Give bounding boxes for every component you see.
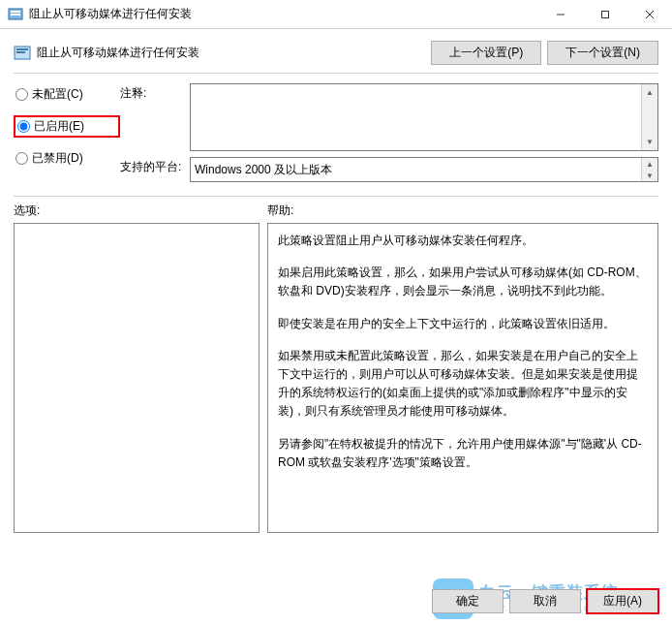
- radio-enabled[interactable]: 已启用(E): [14, 115, 120, 138]
- cancel-button[interactable]: 取消: [509, 589, 581, 613]
- options-panel: [14, 223, 260, 533]
- window-controls: [538, 0, 672, 28]
- radio-disabled-input[interactable]: [15, 152, 28, 165]
- help-label: 帮助:: [267, 203, 293, 219]
- window-title: 阻止从可移动媒体进行任何安装: [29, 6, 538, 22]
- svg-rect-8: [16, 48, 28, 50]
- svg-rect-2: [11, 14, 20, 16]
- next-setting-button[interactable]: 下一个设置(N): [547, 41, 658, 65]
- help-panel: 此策略设置阻止用户从可移动媒体安装任何程序。 如果启用此策略设置，那么，如果用户…: [267, 223, 658, 533]
- help-text: 另请参阅"在特权被提升的情况下，允许用户使用媒体源"与"隐藏'从 CD-ROM …: [278, 435, 648, 472]
- comment-label: 注释:: [120, 83, 190, 151]
- platform-field-wrap: Windows 2000 及以上版本 ▲ ▼: [190, 157, 658, 182]
- radio-disabled[interactable]: 已禁用(D): [14, 149, 120, 168]
- maximize-button[interactable]: [583, 0, 627, 28]
- previous-setting-button[interactable]: 上一个设置(P): [431, 41, 541, 65]
- comment-scrollbar[interactable]: ▲ ▼: [641, 84, 657, 150]
- panels: 此策略设置阻止用户从可移动媒体安装任何程序。 如果启用此策略设置，那么，如果用户…: [0, 223, 672, 533]
- scroll-down-icon[interactable]: ▼: [642, 134, 657, 150]
- platform-row: 支持的平台: Windows 2000 及以上版本 ▲ ▼: [120, 157, 658, 182]
- scroll-up-icon[interactable]: ▲: [642, 158, 657, 170]
- radio-not-configured[interactable]: 未配置(C): [14, 85, 120, 104]
- close-button[interactable]: [627, 0, 672, 28]
- help-text: 如果启用此策略设置，那么，如果用户尝试从可移动媒体(如 CD-ROM、软盘和 D…: [278, 264, 648, 300]
- help-text: 此策略设置阻止用户从可移动媒体安装任何程序。: [278, 232, 648, 250]
- minimize-button[interactable]: [538, 0, 583, 28]
- policy-icon: [14, 45, 31, 62]
- comment-row: 注释: ▲ ▼: [120, 83, 658, 151]
- svg-rect-1: [11, 11, 20, 13]
- radio-group: 未配置(C) 已启用(E) 已禁用(D): [14, 83, 120, 188]
- scroll-up-icon[interactable]: ▲: [642, 84, 657, 101]
- platform-field: Windows 2000 及以上版本: [191, 158, 641, 181]
- app-icon: [8, 7, 23, 22]
- header: 阻止从可移动媒体进行任何安装 上一个设置(P) 下一个设置(N): [0, 29, 672, 73]
- scroll-down-icon[interactable]: ▼: [642, 170, 657, 181]
- platform-label: 支持的平台:: [120, 157, 190, 182]
- comment-field[interactable]: [191, 84, 641, 150]
- ok-button[interactable]: 确定: [432, 589, 504, 613]
- apply-button[interactable]: 应用(A): [587, 589, 658, 613]
- platform-scrollbar[interactable]: ▲ ▼: [641, 158, 657, 181]
- config-area: 未配置(C) 已启用(E) 已禁用(D) 注释: ▲ ▼ 支持的平台:: [0, 74, 672, 196]
- comment-field-wrap: ▲ ▼: [190, 83, 658, 151]
- dialog-footer: 确定 取消 应用(A): [0, 579, 672, 625]
- panel-labels: 选项: 帮助:: [0, 197, 672, 223]
- svg-rect-4: [602, 11, 609, 17]
- titlebar: 阻止从可移动媒体进行任何安装: [0, 0, 672, 29]
- policy-name: 阻止从可移动媒体进行任何安装: [37, 45, 425, 61]
- help-text: 即使安装是在用户的安全上下文中运行的，此策略设置依旧适用。: [278, 315, 648, 333]
- radio-not-configured-input[interactable]: [15, 88, 28, 101]
- radio-enabled-input[interactable]: [17, 120, 30, 133]
- help-text: 如果禁用或未配置此策略设置，那么，如果安装是在用户自己的安全上下文中运行的，则用…: [278, 347, 648, 422]
- svg-rect-9: [16, 51, 25, 53]
- options-label: 选项:: [14, 203, 267, 219]
- meta-column: 注释: ▲ ▼ 支持的平台: Windows 2000 及以上版本 ▲ ▼: [120, 83, 658, 188]
